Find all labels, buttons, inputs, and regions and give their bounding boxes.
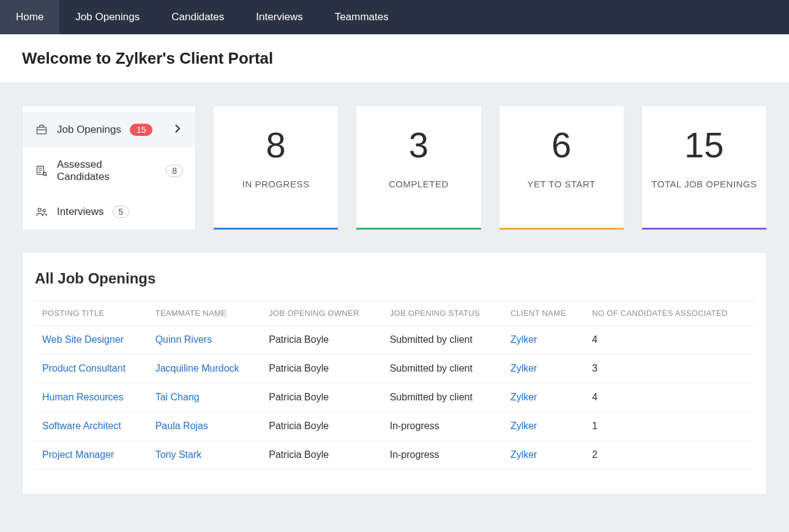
nav-home[interactable]: Home [0, 0, 59, 34]
sidebar-item-job-openings[interactable]: Job Openings 15 [23, 112, 195, 148]
badge-interviews: 5 [113, 206, 130, 218]
table-row[interactable]: Project ManagerTony StarkPatricia BoyleI… [34, 441, 755, 470]
status-cell: Submitted by client [381, 326, 502, 354]
stat-label: COMPLETED [362, 178, 474, 192]
sidebar-item-interviews[interactable]: Interviews 5 [23, 194, 195, 230]
teammate-link[interactable]: Jacquiline Murdock [155, 363, 239, 373]
stat-in-progress[interactable]: 8 IN PROGRESS [213, 105, 338, 230]
chevron-right-icon [174, 124, 181, 136]
posting-title-link[interactable]: Software Architect [42, 421, 121, 431]
client-link[interactable]: Zylker [510, 449, 537, 460]
status-cell: Submitted by client [381, 354, 502, 383]
stat-label: YET TO START [506, 178, 618, 192]
nav-candidates[interactable]: Candidates [155, 0, 240, 34]
table-row[interactable]: Product ConsultantJacquiline MurdockPatr… [34, 354, 755, 383]
briefcase-icon [35, 123, 48, 137]
table-row[interactable]: Software ArchitectPaula RojasPatricia Bo… [34, 412, 755, 441]
col-candidates-associated[interactable]: NO OF CANDIDATES ASSOCIATED [583, 301, 755, 326]
owner-cell: Patricia Boyle [260, 326, 381, 354]
table-title: All Job Openings [34, 270, 755, 287]
col-job-opening-status[interactable]: JOB OPENING STATUS [381, 301, 502, 326]
table-header-row: POSTING TITLE TEAMMATE NAME JOB OPENING … [34, 301, 755, 326]
sidebar: Job Openings 15 Assessed Candidates 8 In… [22, 105, 196, 230]
stat-underline [642, 228, 766, 230]
nav-job-openings[interactable]: Job Openings [59, 0, 155, 34]
owner-cell: Patricia Boyle [260, 354, 381, 383]
table-row[interactable]: Web Site DesignerQuinn RiversPatricia Bo… [34, 326, 755, 354]
stat-value: 6 [506, 124, 618, 165]
posting-title-link[interactable]: Human Resources [42, 392, 124, 402]
nav-interviews[interactable]: Interviews [240, 0, 319, 34]
stat-underline [499, 228, 624, 230]
badge-job-openings: 15 [130, 124, 153, 136]
status-cell: Submitted by client [381, 383, 502, 412]
col-posting-title[interactable]: POSTING TITLE [34, 301, 147, 326]
nav-teammates[interactable]: Teammates [319, 0, 405, 34]
col-teammate-name[interactable]: TEAMMATE NAME [147, 301, 261, 326]
candidates-cell: 1 [583, 412, 755, 441]
stat-underline [214, 228, 338, 230]
teammate-link[interactable]: Tony Stark [155, 449, 202, 460]
stat-completed[interactable]: 3 COMPLETED [356, 105, 481, 230]
status-cell: In-progress [381, 412, 502, 441]
stats-row: 8 IN PROGRESS 3 COMPLETED 6 YET TO START… [213, 105, 767, 230]
svg-point-4 [43, 209, 45, 212]
badge-assessed: 8 [166, 165, 183, 177]
col-job-opening-owner[interactable]: JOB OPENING OWNER [260, 301, 381, 326]
candidates-cell: 3 [583, 354, 755, 383]
top-nav: Home Job Openings Candidates Interviews … [0, 0, 789, 34]
teammate-link[interactable]: Paula Rojas [155, 421, 208, 431]
candidates-cell: 4 [583, 383, 755, 412]
svg-point-3 [38, 208, 41, 211]
client-link[interactable]: Zylker [510, 334, 537, 345]
table-row[interactable]: Human ResourcesTai ChangPatricia BoyleSu… [34, 383, 755, 412]
stat-value: 3 [362, 124, 474, 165]
sidebar-item-label: Interviews [57, 206, 104, 218]
teammate-link[interactable]: Tai Chang [155, 392, 200, 402]
candidates-cell: 2 [583, 441, 755, 470]
page-header: Welcome to Zylker's Client Portal [0, 34, 789, 83]
stat-value: 8 [220, 124, 332, 165]
owner-cell: Patricia Boyle [260, 441, 381, 470]
sidebar-item-label: Assessed Candidates [57, 159, 157, 183]
stat-yet-to-start[interactable]: 6 YET TO START [499, 105, 624, 230]
posting-title-link[interactable]: Web Site Designer [42, 334, 124, 345]
candidates-cell: 4 [583, 326, 755, 354]
svg-rect-0 [37, 127, 47, 134]
posting-title-link[interactable]: Product Consultant [42, 363, 125, 373]
stat-label: TOTAL JOB OPENINGS [648, 178, 760, 192]
sidebar-item-label: Job Openings [57, 124, 121, 136]
client-link[interactable]: Zylker [510, 392, 537, 402]
owner-cell: Patricia Boyle [260, 412, 381, 441]
client-link[interactable]: Zylker [510, 363, 537, 373]
sidebar-item-assessed-candidates[interactable]: Assessed Candidates 8 [23, 148, 195, 194]
job-openings-table: POSTING TITLE TEAMMATE NAME JOB OPENING … [34, 301, 755, 470]
status-cell: In-progress [381, 441, 502, 470]
stat-label: IN PROGRESS [220, 178, 332, 192]
posting-title-link[interactable]: Project Manager [42, 449, 114, 460]
client-link[interactable]: Zylker [510, 421, 537, 431]
people-icon [35, 205, 48, 219]
stat-value: 15 [648, 124, 760, 165]
job-openings-table-card: All Job Openings POSTING TITLE TEAMMATE … [22, 252, 767, 495]
page-title: Welcome to Zylker's Client Portal [22, 49, 767, 68]
assessed-icon [35, 164, 48, 178]
col-client-name[interactable]: CLIENT NAME [502, 301, 583, 326]
teammate-link[interactable]: Quinn Rivers [155, 334, 212, 345]
owner-cell: Patricia Boyle [260, 383, 381, 412]
stat-total-job-openings[interactable]: 15 TOTAL JOB OPENINGS [641, 105, 767, 230]
stat-underline [356, 228, 481, 230]
